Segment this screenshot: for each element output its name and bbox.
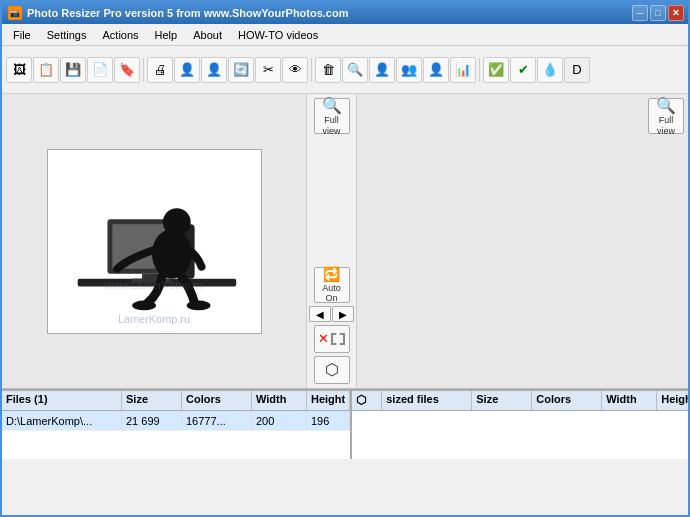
main-area: LamerKomp.ru www.LamerKomp.ru 🔍 Full vie… <box>2 94 688 389</box>
svg-point-7 <box>152 229 192 279</box>
left-table-header: Files (1) Size Colors Width Height <box>2 391 350 411</box>
right-panel: 🔍 Full view <box>357 94 688 388</box>
full-view-button-right[interactable]: 🔍 Full view <box>648 98 684 134</box>
arrow-left-button[interactable]: ◀ <box>309 306 331 322</box>
svg-point-10 <box>186 300 210 310</box>
full-view-right-label: Full view <box>657 115 675 137</box>
cell-size: 21 699 <box>122 411 182 430</box>
left-table-empty <box>2 431 350 459</box>
lasso-icon: ⬡ <box>325 360 339 379</box>
close-button[interactable]: ✕ <box>668 5 684 21</box>
toolbar-btn-eye[interactable]: 👁 <box>282 57 308 83</box>
full-view-button-left[interactable]: 🔍 Full view <box>314 98 350 134</box>
toolbar-btn-water[interactable]: 💧 <box>537 57 563 83</box>
menu-settings[interactable]: Settings <box>40 26 94 44</box>
menu-actions[interactable]: Actions <box>95 26 145 44</box>
auto-on-button[interactable]: 🔁 Auto On <box>314 267 350 303</box>
remove-icon: ✕ <box>318 331 329 347</box>
col-header-sized-files: sized files <box>382 391 472 410</box>
resize-icon: ⬡ <box>356 393 366 407</box>
full-view-right-icon: 🔍 <box>656 96 676 115</box>
toolbar: 🖼 📋 💾 📄 🔖 🖨 👤 👤 🔄 ✂ 👁 🗑 🔍 👤 👥 👤 📊 ✅ ✔ 💧 … <box>2 46 688 94</box>
left-table-body: D:\LamerKomp\... 21 699 16777... 200 196 <box>2 411 350 431</box>
right-table-header: ⬡ sized files Size Colors Width Height <box>352 391 690 411</box>
toolbar-btn-3[interactable]: 📄 <box>87 57 113 83</box>
col-header-size: Size <box>122 391 182 410</box>
app-window: 📷 Photo Resizer Pro version 5 from www.S… <box>0 0 690 517</box>
col-header-width: Width <box>252 391 307 410</box>
toolbar-btn-user2[interactable]: 👤 <box>201 57 227 83</box>
right-table: ⬡ sized files Size Colors Width Height <box>352 391 690 459</box>
cell-height: 196 <box>307 411 350 430</box>
auto-label: Auto On <box>322 283 341 305</box>
toolbar-btn-crop[interactable]: ✂ <box>255 57 281 83</box>
svg-text:www.LamerKomp.ru: www.LamerKomp.ru <box>104 278 203 290</box>
center-tools: 🔍 Full view 🔁 Auto On ◀ ▶ ✕ ⬡ <box>307 94 357 388</box>
left-panel: LamerKomp.ru www.LamerKomp.ru <box>2 94 307 388</box>
toolbar-btn-1[interactable]: 📋 <box>33 57 59 83</box>
remove-button[interactable]: ✕ <box>314 325 350 353</box>
toolbar-btn-user3[interactable]: 👤 <box>369 57 395 83</box>
toolbar-btn-check2[interactable]: ✔ <box>510 57 536 83</box>
svg-text:LamerKomp.ru: LamerKomp.ru <box>118 313 190 325</box>
toolbar-separator-1 <box>143 58 144 82</box>
menu-bar: File Settings Actions Help About HOW-TO … <box>2 24 688 46</box>
title-controls: ─ □ ✕ <box>632 5 684 21</box>
col-header-width-r: Width <box>602 391 657 410</box>
toolbar-btn-extra[interactable]: D <box>564 57 590 83</box>
menu-file[interactable]: File <box>6 26 38 44</box>
tables-container: Files (1) Size Colors Width Height D:\La… <box>2 389 688 459</box>
cell-colors: 16777... <box>182 411 252 430</box>
toolbar-btn-user4[interactable]: 👤 <box>423 57 449 83</box>
cell-width: 200 <box>252 411 307 430</box>
app-icon: 📷 <box>8 6 22 20</box>
preview-image: LamerKomp.ru www.LamerKomp.ru <box>48 149 261 334</box>
col-header-size-r: Size <box>472 391 532 410</box>
left-table: Files (1) Size Colors Width Height D:\La… <box>2 391 352 459</box>
col-header-height-r: Height <box>657 391 690 410</box>
arrow-right-button[interactable]: ▶ <box>332 306 354 322</box>
col-header-colors-r: Colors <box>532 391 602 410</box>
toolbar-btn-2[interactable]: 💾 <box>60 57 86 83</box>
select-rect-icon <box>331 333 345 345</box>
full-view-icon: 🔍 <box>322 96 342 115</box>
col-header-height: Height <box>307 391 350 410</box>
right-table-empty <box>352 411 690 459</box>
minimize-button[interactable]: ─ <box>632 5 648 21</box>
auto-icon: 🔁 <box>323 266 340 283</box>
menu-about[interactable]: About <box>186 26 229 44</box>
maximize-button[interactable]: □ <box>650 5 666 21</box>
arrow-buttons: ◀ ▶ <box>309 306 354 322</box>
full-view-label: Full view <box>322 115 340 137</box>
toolbar-separator-3 <box>479 58 480 82</box>
image-preview: LamerKomp.ru www.LamerKomp.ru <box>47 149 262 334</box>
toolbar-btn-delete[interactable]: 🗑 <box>315 57 341 83</box>
toolbar-btn-search[interactable]: 🔍 <box>342 57 368 83</box>
toolbar-separator-2 <box>311 58 312 82</box>
toolbar-btn-users[interactable]: 👥 <box>396 57 422 83</box>
col-header-icon: ⬡ <box>352 391 382 410</box>
svg-point-8 <box>162 208 190 236</box>
lasso-button[interactable]: ⬡ <box>314 356 350 384</box>
toolbar-btn-print[interactable]: 🖨 <box>147 57 173 83</box>
toolbar-btn-bookmark[interactable]: 🔖 <box>114 57 140 83</box>
toolbar-btn-user1[interactable]: 👤 <box>174 57 200 83</box>
table-row[interactable]: D:\LamerKomp\... 21 699 16777... 200 196 <box>2 411 350 431</box>
menu-howto[interactable]: HOW-TO videos <box>231 26 325 44</box>
window-title: Photo Resizer Pro version 5 from www.Sho… <box>27 7 349 19</box>
col-header-files: Files (1) <box>2 391 122 410</box>
menu-help[interactable]: Help <box>148 26 185 44</box>
title-bar: 📷 Photo Resizer Pro version 5 from www.S… <box>2 2 688 24</box>
toolbar-btn-chart[interactable]: 📊 <box>450 57 476 83</box>
col-header-colors: Colors <box>182 391 252 410</box>
toolbar-btn-0[interactable]: 🖼 <box>6 57 32 83</box>
toolbar-btn-rotate[interactable]: 🔄 <box>228 57 254 83</box>
toolbar-btn-check1[interactable]: ✅ <box>483 57 509 83</box>
cell-filepath: D:\LamerKomp\... <box>2 411 122 430</box>
svg-point-9 <box>132 300 156 310</box>
title-bar-left: 📷 Photo Resizer Pro version 5 from www.S… <box>8 6 349 20</box>
